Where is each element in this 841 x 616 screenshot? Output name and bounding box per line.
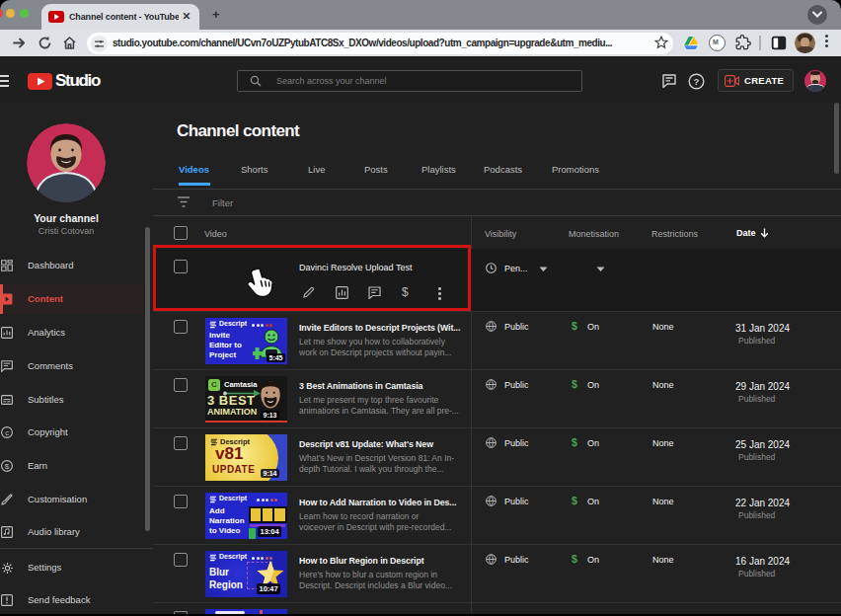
svg-text:c: c [5, 428, 9, 437]
svg-text:$: $ [5, 462, 10, 471]
svg-text:?: ? [694, 76, 700, 87]
